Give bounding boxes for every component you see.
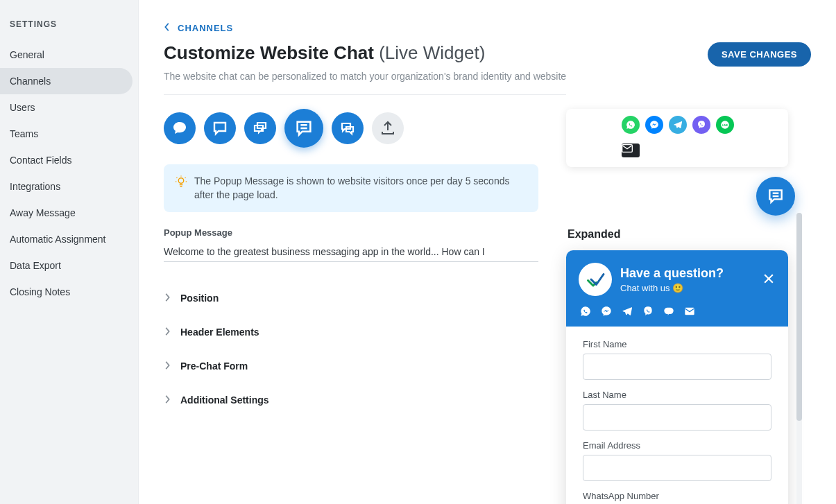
chevron-left-icon [164, 22, 171, 34]
messenger-icon [645, 116, 663, 134]
sidebar-item-users[interactable]: Users [0, 94, 138, 121]
form-input-email[interactable] [583, 455, 771, 481]
tip-callout: The Popup Message is shown to website vi… [164, 164, 538, 212]
whatsapp-icon [622, 116, 640, 134]
svg-point-2 [178, 178, 184, 184]
accordion-position[interactable]: Position [164, 281, 538, 315]
lightbulb-icon [175, 175, 187, 190]
telegram-icon [669, 116, 687, 134]
sidebar-item-away-message[interactable]: Away Message [0, 200, 138, 226]
preview-collapsed-card: LINE [566, 109, 788, 167]
scrollbar[interactable] [796, 213, 802, 504]
accordion-additional-settings[interactable]: Additional Settings [164, 383, 538, 417]
form-label-first-name: First Name [583, 339, 771, 349]
widget-icon-picker [164, 109, 538, 148]
popup-message-label: Popup Message [164, 227, 538, 238]
settings-sidebar: SETTINGS General Channels Users Teams Co… [0, 0, 139, 504]
chevron-right-icon [164, 394, 171, 406]
widget-icon-option-chat-bubble[interactable] [164, 112, 196, 144]
telegram-icon[interactable] [622, 306, 633, 317]
sidebar-item-integrations[interactable]: Integrations [0, 173, 138, 200]
viber-icon[interactable] [642, 306, 654, 317]
page-title-suffix: (Live Widget) [379, 42, 485, 63]
breadcrumb-label: CHANNELS [178, 23, 233, 33]
sidebar-item-automatic-assignment[interactable]: Automatic Assignment [0, 226, 138, 252]
chat-title: Have a question? [620, 266, 753, 281]
viber-icon [692, 116, 710, 134]
breadcrumb[interactable]: CHANNELS [164, 22, 811, 34]
accordion-label: Additional Settings [180, 394, 269, 406]
popup-message-input[interactable] [164, 242, 538, 262]
email-icon[interactable] [684, 306, 695, 317]
line-icon[interactable] [663, 306, 674, 317]
widget-icon-option-chat-double[interactable] [244, 112, 276, 144]
sidebar-item-closing-notes[interactable]: Closing Notes [0, 279, 138, 305]
close-icon[interactable] [762, 272, 776, 288]
form-input-last-name[interactable] [583, 404, 771, 431]
form-input-first-name[interactable] [583, 354, 771, 380]
sidebar-item-data-export[interactable]: Data Export [0, 252, 138, 279]
sidebar-heading: SETTINGS [0, 19, 138, 42]
widget-icon-option-chat-lines[interactable] [284, 109, 323, 148]
scrollbar-thumb[interactable] [796, 213, 802, 421]
chat-widget-preview: Have a question? Chat with us 🙂 [566, 250, 788, 504]
chat-subtitle: Chat with us 🙂 [620, 283, 753, 293]
line-icon: LINE [716, 116, 734, 134]
chevron-right-icon [164, 360, 171, 372]
page-subtitle: The website chat can be personalized to … [164, 71, 566, 95]
svg-line-5 [185, 177, 186, 178]
accordion-label: Position [180, 293, 219, 304]
accordion-label: Header Elements [180, 327, 259, 338]
accordion-prechat-form[interactable]: Pre-Chat Form [164, 349, 538, 383]
email-icon [622, 144, 640, 157]
avatar [579, 263, 612, 296]
page-title: Customize Website Chat (Live Widget) [164, 42, 566, 64]
widget-icon-option-chat-square[interactable] [204, 112, 236, 144]
save-changes-button[interactable]: SAVE CHANGES [708, 42, 811, 67]
chevron-right-icon [164, 293, 171, 304]
preview-column: LINE Expanded Have a q [566, 109, 802, 504]
preview-expanded-label: Expanded [566, 228, 802, 241]
tip-text: The Popup Message is shown to website vi… [194, 174, 527, 202]
svg-line-4 [176, 177, 177, 178]
sidebar-item-teams[interactable]: Teams [0, 121, 138, 147]
form-label-email: Email Address [583, 440, 771, 451]
sidebar-item-contact-fields[interactable]: Contact Fields [0, 147, 138, 173]
widget-launcher-button[interactable] [756, 177, 795, 216]
sidebar-item-channels[interactable]: Channels [0, 68, 133, 94]
accordion-header-elements[interactable]: Header Elements [164, 315, 538, 349]
svg-text:LINE: LINE [722, 124, 728, 127]
form-label-whatsapp-number: WhatsApp Number [583, 491, 771, 501]
sidebar-item-general[interactable]: General [0, 42, 138, 68]
svg-rect-15 [664, 308, 673, 314]
chevron-right-icon [164, 327, 171, 338]
messenger-icon[interactable] [601, 306, 612, 317]
form-label-last-name: Last Name [583, 390, 771, 400]
widget-icon-upload-custom[interactable] [372, 112, 404, 144]
whatsapp-icon[interactable] [580, 306, 591, 317]
accordion-label: Pre-Chat Form [180, 360, 248, 372]
widget-icon-option-chat-multi[interactable] [332, 112, 364, 144]
main-content: CHANNELS Customize Website Chat (Live Wi… [139, 0, 836, 504]
